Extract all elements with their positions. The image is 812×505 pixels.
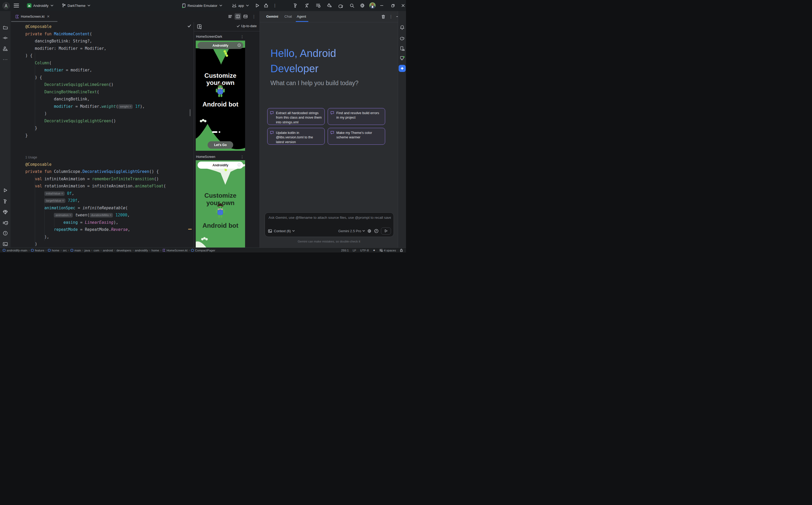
settings-icon[interactable] xyxy=(359,2,366,9)
breadcrumb-item[interactable]: home xyxy=(48,249,60,252)
run-tool-icon[interactable] xyxy=(2,187,9,194)
suggestion-card-0[interactable]: Extract all hardcoded strings from this … xyxy=(267,108,325,125)
indent-icon xyxy=(379,249,383,252)
gradle-sync-icon[interactable] xyxy=(337,2,344,9)
breadcrumb-item[interactable]: androidify xyxy=(135,249,148,252)
window-minimize-button[interactable] xyxy=(378,2,386,9)
code-area[interactable]: @Composableprivate fun MainHomeContent( … xyxy=(25,23,166,247)
editor-more-options-icon[interactable]: ⋮ xyxy=(251,13,257,20)
gradle-icon[interactable] xyxy=(398,34,406,41)
breadcrumb-item[interactable]: main xyxy=(71,249,81,252)
split-view-toggle[interactable] xyxy=(235,13,241,20)
attach-image-icon xyxy=(268,229,272,233)
window-close-button[interactable] xyxy=(399,2,406,9)
model-selector[interactable]: Gemini 2.5 Pro xyxy=(338,229,365,233)
more-run-actions-icon[interactable]: ⋮ xyxy=(271,2,278,9)
app-quality-insights-icon[interactable] xyxy=(2,208,9,216)
gemini-tool-icon[interactable] xyxy=(398,65,406,72)
terminal-icon[interactable] xyxy=(2,240,9,248)
profiler-icon[interactable] xyxy=(2,219,9,226)
indent-setting[interactable]: 4 spaces xyxy=(379,249,396,252)
running-devices-icon[interactable] xyxy=(398,54,406,62)
tab-agent[interactable]: Agent xyxy=(297,14,306,18)
preview-light-menu-icon[interactable]: ⋮ xyxy=(240,155,244,159)
breadcrumb-item[interactable]: feature xyxy=(31,249,44,252)
preview-image-dark: Androidify Customize your own Android bo… xyxy=(196,41,245,151)
apply-changes-icon[interactable] xyxy=(303,2,311,9)
more-tool-windows-icon[interactable]: ··· xyxy=(2,56,9,63)
preview-layout-icon[interactable] xyxy=(197,24,202,29)
breadcrumb-item[interactable]: CompactPager xyxy=(191,249,215,252)
chevron-down-icon xyxy=(220,5,222,6)
build-icon[interactable] xyxy=(292,2,299,9)
project-tool-icon[interactable] xyxy=(2,24,9,31)
breadcrumb-item[interactable]: java xyxy=(85,249,90,252)
line-separator[interactable]: LF xyxy=(353,249,356,252)
history-icon[interactable] xyxy=(374,229,378,233)
main-menu-icon[interactable] xyxy=(14,3,19,8)
notifications-icon[interactable] xyxy=(398,24,406,31)
title-bar: Androidify DarkTheme Resizable Emulator … xyxy=(0,0,406,11)
search-everywhere-icon[interactable] xyxy=(348,2,356,9)
build-tool-icon[interactable] xyxy=(2,198,9,205)
debug-button[interactable] xyxy=(262,2,270,9)
gemini-input-box[interactable]: Ask Gemini, use @filename to attach sour… xyxy=(265,212,394,237)
context-selector[interactable]: Context (6) xyxy=(268,229,295,233)
breadcrumb-item[interactable]: developers xyxy=(116,249,131,252)
breadcrumb-separator-icon: › xyxy=(61,249,62,252)
problems-icon[interactable] xyxy=(2,229,9,237)
greeting-line2: Developer xyxy=(270,61,319,76)
avatar[interactable] xyxy=(369,2,376,9)
breadcrumb-item[interactable]: home xyxy=(151,249,159,252)
write-access-lock-icon[interactable] xyxy=(400,248,403,252)
delete-conversation-icon[interactable] xyxy=(380,13,387,20)
breadcrumb-item[interactable]: com xyxy=(94,249,100,252)
branch-selector[interactable]: DarkTheme xyxy=(60,2,92,9)
breadcrumb-separator-icon: › xyxy=(29,249,29,252)
chevron-down-icon xyxy=(246,5,249,6)
breadcrumb-item[interactable]: android xyxy=(103,249,113,252)
suggestion-card-label: Update kotlin in @libs.version.toml to t… xyxy=(276,131,322,142)
run-configuration-selector[interactable]: app xyxy=(230,2,250,9)
run-button[interactable] xyxy=(253,2,261,9)
suggestion-card-1[interactable]: Find and resolve build errors in my proj… xyxy=(328,108,385,125)
gemini-more-options-icon[interactable]: ⋮ xyxy=(387,13,395,20)
branch-name: DarkTheme xyxy=(68,4,86,8)
breadcrumb-item[interactable]: src xyxy=(63,249,67,252)
breadcrumb-item[interactable]: androidify-main xyxy=(3,249,27,252)
breadcrumb-item[interactable]: HomeScreen.kt xyxy=(162,249,187,252)
file-encoding[interactable]: UTF-8 xyxy=(360,249,369,252)
lets-go-button: Let's Go xyxy=(208,141,233,149)
commit-tool-icon[interactable] xyxy=(2,34,9,42)
preview-headline: Customize xyxy=(196,72,245,79)
breadcrumb-separator-icon: › xyxy=(46,249,46,252)
chevron-down-icon xyxy=(362,230,365,232)
device-selector[interactable]: Resizable Emulator xyxy=(180,2,224,9)
gemini-settings-icon[interactable] xyxy=(367,229,372,233)
android-bot-image xyxy=(214,82,226,98)
caret-position[interactable]: 255:1 xyxy=(341,249,349,252)
ai-spark-icon[interactable]: ✦ xyxy=(373,248,375,252)
suggestion-card-2[interactable]: Update kotlin in @libs.version.toml to t… xyxy=(267,128,325,145)
apply-code-changes-icon[interactable] xyxy=(315,2,322,9)
editor-scrollbar[interactable] xyxy=(190,109,191,116)
suggestion-card-3[interactable]: Make my Theme's color scheme warmer xyxy=(328,128,385,145)
project-selector[interactable]: Androidify xyxy=(25,2,55,9)
inspection-ok-icon[interactable] xyxy=(187,24,191,28)
code-editor[interactable]: @Composableprivate fun MainHomeContent( … xyxy=(11,22,194,247)
design-view-toggle[interactable] xyxy=(242,13,249,20)
suggestion-card-label: Extract all hardcoded strings from this … xyxy=(276,111,322,123)
preview-dark-menu-icon[interactable]: ⋮ xyxy=(240,35,244,38)
preview-status: Up-to-date xyxy=(237,24,257,28)
window-restore-button[interactable] xyxy=(389,2,397,9)
tab-chat[interactable]: Chat xyxy=(284,14,292,18)
resource-manager-icon[interactable] xyxy=(2,45,9,52)
device-manager-icon[interactable] xyxy=(398,45,406,52)
info-icon xyxy=(237,43,241,47)
attach-debugger-icon[interactable] xyxy=(326,2,333,9)
preview-app-pill: Androidify xyxy=(198,42,243,49)
send-button[interactable] xyxy=(381,227,391,234)
tab-close-icon[interactable]: ✕ xyxy=(47,14,50,18)
code-view-toggle[interactable] xyxy=(227,13,233,20)
editor-tab-homescreen[interactable]: HomeScreen.kt ✕ xyxy=(13,11,52,22)
